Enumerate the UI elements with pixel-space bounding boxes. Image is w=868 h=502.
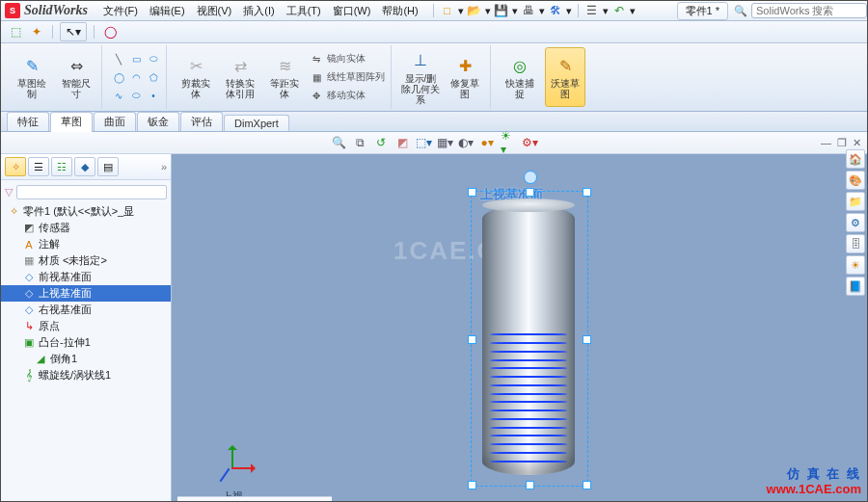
node-annotation[interactable]: A注解 xyxy=(1,236,171,252)
settings-icon[interactable]: ⚙ xyxy=(846,213,865,232)
repair-sketch-button[interactable]: ✚修复草 图 xyxy=(446,48,484,106)
polygon-icon[interactable]: ⬠ xyxy=(147,70,160,84)
menu-tools[interactable]: 工具(T) xyxy=(286,4,321,18)
feature-tree[interactable]: ✧零件1 (默认<<默认>_显 ◩传感器 A注解 ▦材质 <未指定> ◇前视基准… xyxy=(1,203,171,502)
save-icon[interactable]: 💾 xyxy=(494,3,509,18)
select-icon[interactable]: ⬚ xyxy=(7,23,24,40)
tab-features[interactable]: 特征 xyxy=(7,112,49,131)
line-icon[interactable]: ╲ xyxy=(112,52,125,66)
point-icon[interactable]: • xyxy=(147,89,160,102)
print-icon[interactable]: 🖶 xyxy=(521,3,536,18)
circle-tool-icon[interactable]: ◯ xyxy=(112,70,125,84)
resize-handle[interactable] xyxy=(468,335,476,344)
tab-surface[interactable]: 曲面 xyxy=(94,112,136,131)
orientation-icon[interactable]: ⬚▾ xyxy=(416,135,431,150)
resize-handle[interactable] xyxy=(583,188,591,197)
secondary-toolbar: ⬚ ✦ ↖▾ ◯ xyxy=(1,21,867,43)
hide-show-icon[interactable]: ◐▾ xyxy=(458,135,474,150)
instant-sketch-button[interactable]: ✎沃速草 图 xyxy=(545,47,585,107)
resize-handle[interactable] xyxy=(468,481,476,489)
book-icon[interactable]: 📘 xyxy=(846,277,865,296)
node-sensor[interactable]: ◩传感器 xyxy=(1,220,171,236)
node-fillet[interactable]: ◢倒角1 xyxy=(1,351,171,367)
rect-icon[interactable]: ▭ xyxy=(129,52,143,66)
config-tab[interactable]: ☷ xyxy=(51,157,72,176)
resize-handle[interactable] xyxy=(526,481,534,489)
new-icon[interactable]: □ xyxy=(440,3,455,18)
resize-handle[interactable] xyxy=(468,188,476,197)
prev-view-icon[interactable]: ↺ xyxy=(373,135,389,150)
circle-icon[interactable]: ◯ xyxy=(101,23,119,40)
display-relations-button[interactable]: ⊥显示/删 除几何关系 xyxy=(401,48,440,106)
graphics-viewport[interactable]: 1CAE.COM 上视基准面 上视 xyxy=(172,154,867,502)
section-icon[interactable]: ◩ xyxy=(394,135,410,150)
pattern-icon[interactable]: ▦ xyxy=(310,70,323,84)
undo-icon[interactable]: ↶ xyxy=(611,3,627,18)
node-boss-extrude[interactable]: ▣凸台-拉伸1 xyxy=(1,334,171,351)
open-icon[interactable]: 📂 xyxy=(467,3,482,18)
selection-box[interactable] xyxy=(471,191,588,487)
property-tab[interactable]: ☰ xyxy=(28,157,49,176)
smart-dimension-button[interactable]: ⇔智能尺 寸 xyxy=(57,48,95,106)
mdi-controls: — ❐ ✕ xyxy=(821,137,861,149)
node-right-plane[interactable]: ◇右视基准面 xyxy=(1,302,171,318)
dimxpert-tab[interactable]: ◆ xyxy=(74,157,95,176)
rebuild-icon[interactable]: 🛠 xyxy=(548,3,563,18)
node-origin[interactable]: ↳原点 xyxy=(1,318,171,334)
menu-edit[interactable]: 编辑(E) xyxy=(149,4,185,18)
tab-dimxpert[interactable]: DimXpert xyxy=(224,115,289,131)
title-bar: S SolidWorks 文件(F) 编辑(E) 视图(V) 插入(I) 工具(… xyxy=(1,1,867,21)
slot-icon[interactable]: ⬭ xyxy=(147,52,160,66)
mirror-icon[interactable]: ⇋ xyxy=(310,52,323,66)
search-input[interactable] xyxy=(751,3,867,18)
filter-input[interactable] xyxy=(16,185,167,199)
sketch-button[interactable]: ✎草图绘 制 xyxy=(13,48,51,106)
filter-icon[interactable]: ✦ xyxy=(28,23,45,40)
mdi-close-icon[interactable]: ✕ xyxy=(853,137,861,149)
home-icon[interactable]: 🏠 xyxy=(846,149,865,169)
folder-icon[interactable]: 📁 xyxy=(846,192,865,211)
display-style-icon[interactable]: ▦▾ xyxy=(437,135,452,150)
options-icon[interactable]: ☰ xyxy=(584,3,600,18)
node-top-plane[interactable]: ◇上视基准面 xyxy=(1,285,171,302)
arc-icon[interactable]: ◠ xyxy=(129,70,143,84)
menu-view[interactable]: 视图(V) xyxy=(197,4,232,18)
move-icon[interactable]: ✥ xyxy=(310,89,323,102)
menu-window[interactable]: 窗口(W) xyxy=(333,4,371,18)
tree-root[interactable]: ✧零件1 (默认<<默认>_显 xyxy=(1,203,171,220)
tab-sketch[interactable]: 草图 xyxy=(50,112,93,132)
zoom-fit-icon[interactable]: 🔍 xyxy=(331,135,346,150)
scene-icon[interactable]: ☀▾ xyxy=(501,135,516,150)
resize-handle[interactable] xyxy=(583,481,591,489)
db-icon[interactable]: 🗄 xyxy=(846,234,865,253)
tab-sheetmetal[interactable]: 钣金 xyxy=(137,112,179,131)
feature-tree-tab[interactable]: ✧ xyxy=(5,157,26,176)
quick-snap-button[interactable]: ◎快速捕 捉 xyxy=(501,48,539,106)
menu-file[interactable]: 文件(F) xyxy=(103,4,138,18)
resize-handle[interactable] xyxy=(583,335,591,344)
cursor-icon[interactable]: ↖▾ xyxy=(60,22,87,41)
menu-insert[interactable]: 插入(I) xyxy=(243,4,274,18)
mdi-restore-icon[interactable]: ❐ xyxy=(837,137,847,149)
mdi-minimize-icon[interactable]: — xyxy=(821,137,831,149)
offset-button[interactable]: ≋等距实 体 xyxy=(265,48,304,106)
sun-icon[interactable]: ☀ xyxy=(846,255,865,275)
spline-icon[interactable]: ∿ xyxy=(112,89,125,102)
appearance-icon[interactable]: ●▾ xyxy=(479,135,495,150)
resize-handle[interactable] xyxy=(526,188,534,197)
settings-view-icon[interactable]: ⚙▾ xyxy=(522,135,537,150)
tab-evaluate[interactable]: 评估 xyxy=(180,112,223,131)
menu-help[interactable]: 帮助(H) xyxy=(382,4,418,18)
zoom-area-icon[interactable]: ⧉ xyxy=(352,135,367,150)
rotate-handle-icon[interactable] xyxy=(524,171,537,184)
trim-button[interactable]: ✂剪裁实 体 xyxy=(176,48,215,106)
node-material[interactable]: ▦材质 <未指定> xyxy=(1,252,171,269)
panel-collapse-icon[interactable]: » xyxy=(161,161,167,172)
convert-button[interactable]: ⇄转换实 体引用 xyxy=(221,48,259,106)
appearance-icon[interactable]: 🎨 xyxy=(846,171,865,190)
node-front-plane[interactable]: ◇前视基准面 xyxy=(1,269,171,285)
ellipse-icon[interactable]: ⬭ xyxy=(129,89,143,102)
display-tab[interactable]: ▤ xyxy=(97,157,119,176)
node-helix[interactable]: 𝄞螺旋线/涡状线1 xyxy=(1,367,171,383)
model-cylinder[interactable] xyxy=(482,205,575,475)
